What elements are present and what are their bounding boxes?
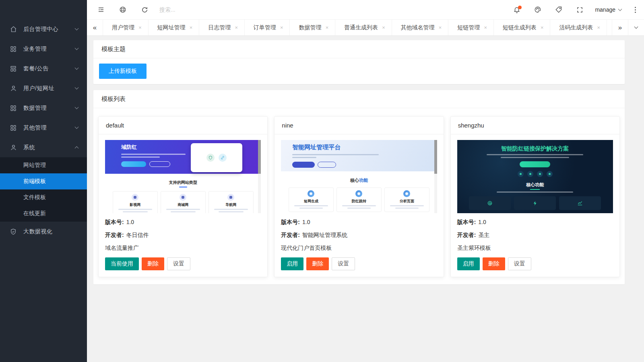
topbar-right: manage bbox=[506, 0, 644, 19]
sidebar-item-label: 后台管理中心 bbox=[23, 26, 75, 33]
tab-qrcode-generate-list[interactable]: 活码生成列表 bbox=[550, 20, 607, 35]
tab-shortlink-management[interactable]: 短链管理 bbox=[448, 20, 494, 35]
sidebar: 后台管理中心 业务管理 套餐/公告 用户/短网址 bbox=[0, 0, 87, 362]
tab-label: 其他域名管理 bbox=[401, 24, 435, 31]
close-icon[interactable] bbox=[190, 25, 193, 31]
template-name: nine bbox=[275, 117, 443, 134]
close-icon[interactable] bbox=[382, 25, 385, 31]
sidebar-subitem-site-management[interactable]: 网站管理 bbox=[0, 157, 87, 173]
sidebar-subitem-frontend-template[interactable]: 前端模板 bbox=[0, 173, 87, 189]
theme-palette-icon[interactable] bbox=[527, 0, 548, 19]
layout-icon bbox=[10, 65, 17, 72]
preview-scrollbar bbox=[258, 140, 261, 213]
tab-log-management[interactable]: 日志管理 bbox=[199, 20, 245, 35]
preview-hero-title: 智能网址管理平台 bbox=[292, 144, 437, 151]
grid-icon bbox=[10, 105, 17, 112]
tab-order-management[interactable]: 订单管理 bbox=[245, 20, 290, 35]
user-icon bbox=[10, 144, 17, 151]
close-icon[interactable] bbox=[325, 25, 328, 31]
sidebar-item-packages[interactable]: 套餐/公告 bbox=[0, 59, 87, 78]
settings-button[interactable]: 设置 bbox=[332, 257, 355, 270]
tab-label: 订单管理 bbox=[254, 24, 276, 31]
close-icon[interactable] bbox=[138, 25, 142, 31]
close-icon[interactable] bbox=[235, 25, 238, 31]
tab-data-management[interactable]: 数据管理 bbox=[290, 20, 335, 35]
tab-shorturl-management[interactable]: 短网址管理 bbox=[149, 20, 200, 35]
tab-label: 用户管理 bbox=[112, 24, 134, 31]
chevron-up-icon bbox=[75, 146, 79, 150]
tab-normal-generate-list[interactable]: 普通生成列表 bbox=[335, 20, 392, 35]
fullscreen-icon[interactable] bbox=[569, 0, 590, 19]
search-box bbox=[159, 6, 248, 13]
preview-pill-button bbox=[318, 162, 336, 168]
template-cards: default 域防红 bbox=[93, 108, 625, 284]
enable-button[interactable]: 启用 bbox=[457, 257, 480, 270]
settings-button[interactable]: 设置 bbox=[167, 257, 190, 270]
preview-feature-box: 防红跳转 bbox=[336, 187, 382, 212]
sidebar-item-business[interactable]: 业务管理 bbox=[0, 39, 87, 59]
preview-section-title: 核心功能 bbox=[350, 178, 368, 183]
delete-button[interactable]: 删除 bbox=[483, 257, 505, 270]
tabs-scroll-right-icon[interactable]: » bbox=[612, 20, 628, 35]
close-icon[interactable] bbox=[484, 25, 487, 31]
template-theme-panel: 模板主题 上传新模板 bbox=[93, 40, 625, 84]
globe-icon[interactable] bbox=[112, 0, 134, 19]
sidebar-item-data[interactable]: 数据管理 bbox=[0, 98, 87, 118]
home-icon bbox=[10, 26, 17, 33]
notifications-bell-icon[interactable] bbox=[506, 0, 527, 19]
preview-hero-title: 智能防红链接保护解决方案 bbox=[457, 145, 613, 152]
close-icon[interactable] bbox=[439, 25, 442, 31]
sidebar-item-label: 套餐/公告 bbox=[23, 65, 75, 72]
upload-new-template-button[interactable]: 上传新模板 bbox=[99, 64, 147, 79]
delete-button[interactable]: 删除 bbox=[306, 257, 329, 270]
version-label: 版本号: bbox=[105, 219, 124, 225]
collapse-sidebar-icon[interactable] bbox=[90, 0, 112, 19]
more-menu-icon[interactable] bbox=[626, 0, 644, 19]
tab-shortlink-generate-list[interactable]: 短链生成列表 bbox=[494, 20, 551, 35]
preview-icon-row bbox=[457, 171, 613, 177]
link-icon bbox=[219, 154, 227, 162]
preview-scrollbar-thumb[interactable] bbox=[258, 140, 261, 174]
content: 模板主题 上传新模板 模板列表 default 域防红 bbox=[87, 36, 644, 362]
close-icon[interactable] bbox=[597, 25, 600, 31]
sidebar-item-admin-center[interactable]: 后台管理中心 bbox=[0, 19, 87, 39]
sidebar-item-users-shorturl[interactable]: 用户/短网址 bbox=[0, 78, 87, 98]
template-preview-thumbnail: 智能防红链接保护解决方案 核心功能 bbox=[457, 140, 613, 213]
refresh-icon[interactable] bbox=[134, 0, 155, 19]
chevron-down-icon bbox=[75, 125, 79, 129]
search-input[interactable] bbox=[159, 6, 248, 13]
tabs-scroll-left-icon[interactable]: « bbox=[87, 20, 103, 35]
tab-user-management[interactable]: 用户管理 bbox=[103, 20, 149, 35]
current-in-use-button[interactable]: 当前使用 bbox=[105, 257, 139, 270]
template-name: default bbox=[99, 117, 267, 134]
chevron-down-icon bbox=[75, 46, 79, 50]
template-description: 圣主紫环模板 bbox=[457, 245, 613, 252]
sidebar-item-system[interactable]: 系统 bbox=[0, 138, 87, 157]
chevron-down-icon bbox=[618, 7, 622, 11]
main-area: manage « 用户管理 短网址管理 日志管理 订单管理 数据管理 普通生成列… bbox=[87, 0, 644, 362]
link-icon bbox=[469, 196, 511, 210]
close-icon[interactable] bbox=[541, 25, 544, 31]
close-icon[interactable] bbox=[280, 25, 283, 31]
template-preview-thumbnail: 智能网址管理平台 核心功能 bbox=[281, 140, 437, 213]
feature-label: 短网生成 bbox=[291, 199, 331, 204]
sidebar-subitem-online-update[interactable]: 在线更新 bbox=[0, 206, 87, 222]
preview-scrollbar-thumb[interactable] bbox=[434, 140, 437, 174]
developer-row: 开发者:圣主 bbox=[457, 232, 613, 239]
chevron-down-icon bbox=[75, 105, 79, 109]
enable-button[interactable]: 启用 bbox=[281, 257, 303, 270]
sidebar-item-bigdata-visual[interactable]: 大数据视化 bbox=[0, 222, 87, 241]
template-card-shengzhu: shengzhu 智能防红链接保护解决方案 核心功能 bbox=[450, 116, 620, 277]
panel-title: 模板主题 bbox=[93, 40, 625, 58]
user-menu[interactable]: manage bbox=[590, 0, 626, 19]
sidebar-item-other[interactable]: 其他管理 bbox=[0, 118, 87, 138]
tag-icon[interactable] bbox=[548, 0, 569, 19]
settings-button[interactable]: 设置 bbox=[508, 257, 531, 270]
tab-other-domain-management[interactable]: 其他域名管理 bbox=[392, 20, 449, 35]
sidebar-subitem-file-template[interactable]: 文件模板 bbox=[0, 189, 87, 206]
preview-section-title: 支持的网站类型 bbox=[169, 180, 197, 187]
tabs-menu-icon[interactable] bbox=[628, 20, 644, 35]
template-card-nine: nine 智能网址管理平台 bbox=[274, 116, 444, 277]
feature-label: 分析页面 bbox=[387, 199, 427, 204]
delete-button[interactable]: 删除 bbox=[142, 257, 164, 270]
